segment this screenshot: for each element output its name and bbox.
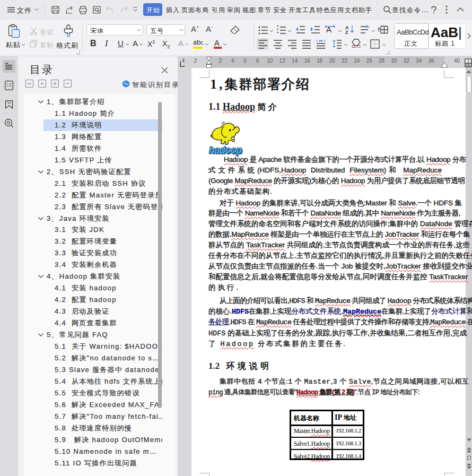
- svg-text:Z: Z: [345, 30, 348, 34]
